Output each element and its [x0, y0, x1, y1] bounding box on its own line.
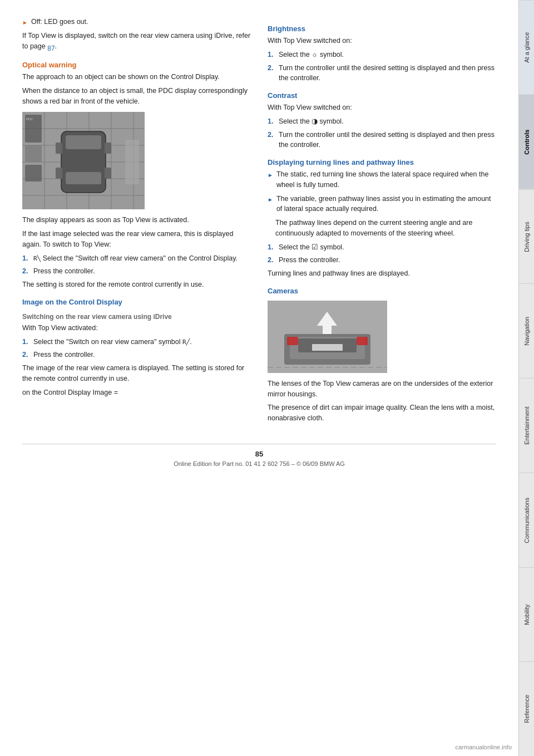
svg-rect-22: [25, 165, 42, 181]
svg-text:PDC: PDC: [26, 117, 33, 121]
sidebar-tab-controls[interactable]: Controls: [519, 95, 534, 189]
svg-rect-31: [357, 337, 368, 345]
svg-rect-29: [312, 344, 343, 351]
bullet-icon-2: ►: [268, 195, 273, 204]
left-column: ► Off: LED goes out. If Top View is disp…: [22, 17, 251, 427]
turning-lines-heading: Displaying turning lines and pathway lin…: [268, 158, 496, 166]
b2-num: 2.: [268, 63, 275, 73]
optical-warning-heading: Optical warning: [22, 61, 251, 69]
s1-num: 1.: [22, 337, 30, 347]
t1-body: Select the ☑ symbol.: [279, 242, 344, 253]
step2-body: Press the controller.: [33, 266, 95, 277]
camera-image: [268, 301, 387, 373]
svg-rect-15: [56, 143, 62, 154]
sidebar-tab-reference[interactable]: Reference: [519, 661, 534, 756]
top-view-image: PDC: [22, 112, 145, 209]
c2-num: 2.: [268, 130, 275, 140]
top-view-activated-text: With Top View activated:: [22, 323, 251, 333]
sidebar-tab-driving-tips[interactable]: Driving tips: [519, 189, 534, 284]
contrast-intro: With Top View switched on:: [268, 102, 496, 113]
step1-body: R╲ Select the "Switch off rear view came…: [33, 253, 238, 264]
s1-item: 1. Select the "Switch on rear view camer…: [22, 337, 251, 347]
svg-rect-23: [125, 140, 139, 184]
t2-num: 2.: [268, 255, 275, 266]
switch-step2: 2. Press the controller.: [22, 266, 251, 277]
s-note-text: The image of the rear view camera is dis…: [22, 363, 251, 384]
brightness-heading: Brightness: [268, 24, 496, 33]
page-ref[interactable]: 87: [47, 44, 55, 52]
b2-item: 2. Turn the controller until the desired…: [268, 63, 496, 84]
step2-num: 2.: [22, 266, 30, 277]
cameras-p1: The lenses of the Top View cameras are o…: [268, 379, 496, 400]
t1-num: 1.: [268, 242, 275, 253]
brightness-intro: With Top View switched on:: [268, 36, 496, 46]
on-control-display-text: on the Control Display Image =: [22, 387, 251, 398]
page-footer: 85 Online Edition for Part no. 01 41 2 6…: [22, 444, 496, 467]
turning-b1-text: The static, red turning line shows the l…: [276, 169, 496, 190]
sidebar-tab-at-a-glance[interactable]: At a glance: [519, 0, 534, 95]
display-appears-caption: The display appears as soon as Top View …: [22, 215, 251, 225]
sidebar-tab-entertainment[interactable]: Entertainment: [519, 378, 534, 473]
t2-body: Press the controller.: [279, 255, 340, 266]
page-number: 85: [22, 450, 496, 458]
off-bullet: ► Off: LED goes out.: [22, 17, 251, 27]
b1-num: 1.: [268, 50, 275, 60]
switch-step1: 1. R╲ Select the "Switch off rear view c…: [22, 253, 251, 264]
c1-num: 1.: [268, 116, 275, 127]
turning-b2: ► The variable, green pathway lines assi…: [268, 194, 496, 215]
turning-b2-text: The variable, green pathway lines assist…: [276, 194, 496, 215]
image-control-display-heading: Image on the Control Display: [22, 298, 251, 306]
b1-body: Select the ☼ symbol.: [279, 50, 344, 60]
turning-displayed-note: Turning lines and pathway lines are disp…: [268, 268, 496, 279]
svg-rect-18: [105, 168, 111, 179]
c1-body: Select the ◑ symbol.: [279, 116, 344, 127]
contrast-heading: Contrast: [268, 91, 496, 100]
cameras-heading: Cameras: [268, 287, 496, 295]
optical-warning-p2: When the distance to an object is small,…: [22, 86, 251, 107]
c2-body: Turn the controller until the desired se…: [279, 130, 496, 151]
right-column: Brightness With Top View switched on: 1.…: [268, 17, 496, 427]
t2-item: 2. Press the controller.: [268, 255, 496, 266]
watermark: carmanualonline.info: [455, 744, 512, 750]
s2-item: 2. Press the controller.: [22, 350, 251, 360]
svg-rect-14: [66, 172, 101, 184]
step-stored-note: The setting is stored for the remote con…: [22, 279, 251, 290]
sidebar-tab-mobility[interactable]: Mobility: [519, 567, 534, 662]
svg-rect-21: [25, 145, 42, 162]
t1-item: 1. Select the ☑ symbol.: [268, 242, 496, 253]
turning-b1: ► The static, red turning line shows the…: [268, 169, 496, 190]
svg-rect-16: [105, 143, 111, 154]
bullet-icon: ►: [22, 18, 28, 27]
sidebar-tab-navigation[interactable]: Navigation: [519, 283, 534, 378]
c1-item: 1. Select the ◑ symbol.: [268, 116, 496, 127]
s2-num: 2.: [22, 350, 30, 360]
c2-item: 2. Turn the controller until the desired…: [268, 130, 496, 151]
last-image-caption: If the last image selected was the rear …: [22, 229, 251, 250]
svg-rect-30: [287, 337, 298, 345]
off-led-text: Off: LED goes out.: [31, 17, 88, 27]
b2-body: Turn the controller until the desired se…: [279, 63, 496, 84]
sidebar-tab-communications[interactable]: Communications: [519, 473, 534, 567]
svg-rect-17: [56, 168, 62, 179]
b1-item: 1. Select the ☼ symbol.: [268, 50, 496, 60]
step1-num: 1.: [22, 253, 30, 264]
sidebar-tabs: At a glance Controls Driving tips Naviga…: [518, 0, 534, 756]
cameras-p2: The presence of dirt can impair image qu…: [268, 402, 496, 424]
switching-rear-camera-heading: Switching on the rear view camera using …: [22, 313, 251, 321]
footer-text: Online Edition for Part no. 01 41 2 602 …: [22, 460, 496, 467]
pathway-lines-note: The pathway lines depend on the current …: [275, 218, 496, 239]
s2-body: Press the controller.: [33, 350, 95, 360]
top-view-switch-text: If Top View is displayed, switch on the …: [22, 31, 251, 53]
svg-rect-13: [66, 135, 101, 149]
optical-warning-p1: The approach to an object can be shown o…: [22, 72, 251, 82]
s1-body: Select the "Switch on rear view camera" …: [33, 337, 192, 347]
bullet-icon-1: ►: [268, 171, 273, 179]
